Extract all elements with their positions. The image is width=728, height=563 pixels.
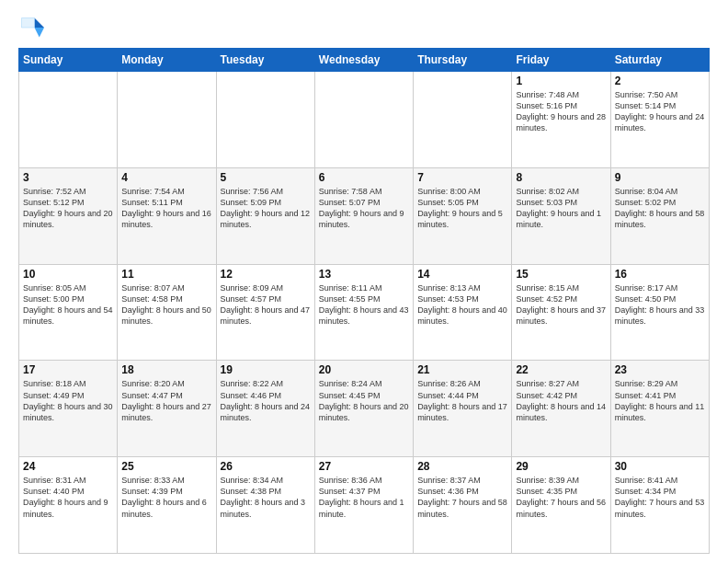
calendar-cell: 12Sunrise: 8:09 AM Sunset: 4:57 PM Dayli… <box>216 264 314 361</box>
day-number: 9 <box>615 171 705 184</box>
calendar-cell: 15Sunrise: 8:15 AM Sunset: 4:52 PM Dayli… <box>512 264 610 361</box>
day-number: 22 <box>516 363 606 376</box>
day-info: Sunrise: 8:20 AM Sunset: 4:47 PM Dayligh… <box>121 378 211 423</box>
day-info: Sunrise: 8:00 AM Sunset: 5:05 PM Dayligh… <box>417 186 507 231</box>
day-info: Sunrise: 8:27 AM Sunset: 4:42 PM Dayligh… <box>516 378 606 423</box>
day-info: Sunrise: 8:29 AM Sunset: 4:41 PM Dayligh… <box>615 378 705 423</box>
calendar-cell: 18Sunrise: 8:20 AM Sunset: 4:47 PM Dayli… <box>118 361 216 457</box>
calendar-cell: 1Sunrise: 7:48 AM Sunset: 5:16 PM Daylig… <box>512 72 610 168</box>
header <box>18 15 710 40</box>
day-info: Sunrise: 7:54 AM Sunset: 5:11 PM Dayligh… <box>121 186 211 231</box>
calendar-cell: 27Sunrise: 8:36 AM Sunset: 4:37 PM Dayli… <box>314 457 413 554</box>
calendar-header-tuesday: Tuesday <box>216 49 314 72</box>
day-number: 14 <box>417 268 507 281</box>
calendar-cell: 11Sunrise: 8:07 AM Sunset: 4:58 PM Dayli… <box>118 264 216 361</box>
day-number: 8 <box>516 171 606 184</box>
calendar-week-2: 3Sunrise: 7:52 AM Sunset: 5:12 PM Daylig… <box>19 167 710 264</box>
day-number: 4 <box>121 171 211 184</box>
day-info: Sunrise: 8:39 AM Sunset: 4:35 PM Dayligh… <box>516 475 606 520</box>
day-number: 27 <box>319 460 409 473</box>
calendar-cell: 9Sunrise: 8:04 AM Sunset: 5:02 PM Daylig… <box>610 167 709 264</box>
page: SundayMondayTuesdayWednesdayThursdayFrid… <box>0 0 728 563</box>
svg-marker-0 <box>35 18 45 29</box>
calendar-header-saturday: Saturday <box>610 49 709 72</box>
svg-marker-1 <box>35 28 45 38</box>
day-number: 19 <box>221 363 311 376</box>
calendar-cell: 30Sunrise: 8:41 AM Sunset: 4:34 PM Dayli… <box>610 457 709 554</box>
day-number: 18 <box>121 363 211 376</box>
calendar-cell: 28Sunrise: 8:37 AM Sunset: 4:36 PM Dayli… <box>414 457 512 554</box>
calendar-week-4: 17Sunrise: 8:18 AM Sunset: 4:49 PM Dayli… <box>19 361 710 457</box>
day-number: 30 <box>615 460 705 473</box>
day-info: Sunrise: 8:41 AM Sunset: 4:34 PM Dayligh… <box>615 475 705 520</box>
calendar-cell: 25Sunrise: 8:33 AM Sunset: 4:39 PM Dayli… <box>118 457 216 554</box>
day-number: 13 <box>319 268 409 281</box>
calendar-cell <box>118 72 216 168</box>
calendar-cell: 10Sunrise: 8:05 AM Sunset: 5:00 PM Dayli… <box>19 264 118 361</box>
calendar-header-thursday: Thursday <box>414 49 512 72</box>
logo-icon <box>18 15 44 40</box>
day-info: Sunrise: 8:02 AM Sunset: 5:03 PM Dayligh… <box>516 186 606 231</box>
logo <box>18 15 48 40</box>
day-number: 26 <box>221 460 311 473</box>
calendar-cell <box>19 72 118 168</box>
day-info: Sunrise: 7:48 AM Sunset: 5:16 PM Dayligh… <box>516 89 606 134</box>
calendar-header-sunday: Sunday <box>19 49 118 72</box>
day-number: 20 <box>319 363 409 376</box>
calendar-cell: 29Sunrise: 8:39 AM Sunset: 4:35 PM Dayli… <box>512 457 610 554</box>
calendar-cell: 21Sunrise: 8:26 AM Sunset: 4:44 PM Dayli… <box>414 361 512 457</box>
calendar-week-1: 1Sunrise: 7:48 AM Sunset: 5:16 PM Daylig… <box>19 72 710 168</box>
svg-marker-2 <box>22 18 35 29</box>
day-info: Sunrise: 8:05 AM Sunset: 5:00 PM Dayligh… <box>23 282 113 327</box>
calendar-cell: 13Sunrise: 8:11 AM Sunset: 4:55 PM Dayli… <box>314 264 413 361</box>
day-info: Sunrise: 8:34 AM Sunset: 4:38 PM Dayligh… <box>221 475 311 520</box>
calendar-cell: 4Sunrise: 7:54 AM Sunset: 5:11 PM Daylig… <box>118 167 216 264</box>
day-info: Sunrise: 8:37 AM Sunset: 4:36 PM Dayligh… <box>417 475 507 520</box>
calendar-cell: 2Sunrise: 7:50 AM Sunset: 5:14 PM Daylig… <box>610 72 709 168</box>
day-number: 10 <box>23 268 113 281</box>
calendar-cell: 16Sunrise: 8:17 AM Sunset: 4:50 PM Dayli… <box>610 264 709 361</box>
calendar-week-3: 10Sunrise: 8:05 AM Sunset: 5:00 PM Dayli… <box>19 264 710 361</box>
day-number: 23 <box>615 363 705 376</box>
day-info: Sunrise: 8:11 AM Sunset: 4:55 PM Dayligh… <box>319 282 409 327</box>
calendar-cell: 7Sunrise: 8:00 AM Sunset: 5:05 PM Daylig… <box>414 167 512 264</box>
day-info: Sunrise: 8:07 AM Sunset: 4:58 PM Dayligh… <box>121 282 211 327</box>
calendar-cell: 3Sunrise: 7:52 AM Sunset: 5:12 PM Daylig… <box>19 167 118 264</box>
calendar-week-5: 24Sunrise: 8:31 AM Sunset: 4:40 PM Dayli… <box>19 457 710 554</box>
calendar-header-row: SundayMondayTuesdayWednesdayThursdayFrid… <box>19 49 710 72</box>
day-info: Sunrise: 7:56 AM Sunset: 5:09 PM Dayligh… <box>221 186 311 231</box>
calendar-cell: 24Sunrise: 8:31 AM Sunset: 4:40 PM Dayli… <box>19 457 118 554</box>
day-number: 1 <box>516 75 606 87</box>
calendar-cell: 8Sunrise: 8:02 AM Sunset: 5:03 PM Daylig… <box>512 167 610 264</box>
day-number: 3 <box>23 171 113 184</box>
calendar-header-monday: Monday <box>118 49 216 72</box>
day-number: 25 <box>121 460 211 473</box>
calendar-cell: 20Sunrise: 8:24 AM Sunset: 4:45 PM Dayli… <box>314 361 413 457</box>
calendar-cell: 26Sunrise: 8:34 AM Sunset: 4:38 PM Dayli… <box>216 457 314 554</box>
day-number: 6 <box>319 171 409 184</box>
day-info: Sunrise: 8:17 AM Sunset: 4:50 PM Dayligh… <box>615 282 705 327</box>
day-number: 11 <box>121 268 211 281</box>
calendar-cell: 19Sunrise: 8:22 AM Sunset: 4:46 PM Dayli… <box>216 361 314 457</box>
day-number: 16 <box>615 268 705 281</box>
calendar-cell: 14Sunrise: 8:13 AM Sunset: 4:53 PM Dayli… <box>414 264 512 361</box>
day-info: Sunrise: 8:13 AM Sunset: 4:53 PM Dayligh… <box>417 282 507 327</box>
calendar-cell: 17Sunrise: 8:18 AM Sunset: 4:49 PM Dayli… <box>19 361 118 457</box>
day-info: Sunrise: 8:31 AM Sunset: 4:40 PM Dayligh… <box>23 475 113 520</box>
calendar-table: SundayMondayTuesdayWednesdayThursdayFrid… <box>18 48 710 554</box>
calendar-header-wednesday: Wednesday <box>314 49 413 72</box>
day-info: Sunrise: 8:09 AM Sunset: 4:57 PM Dayligh… <box>221 282 311 327</box>
day-number: 12 <box>221 268 311 281</box>
calendar-cell: 6Sunrise: 7:58 AM Sunset: 5:07 PM Daylig… <box>314 167 413 264</box>
calendar-cell: 23Sunrise: 8:29 AM Sunset: 4:41 PM Dayli… <box>610 361 709 457</box>
day-number: 15 <box>516 268 606 281</box>
day-info: Sunrise: 7:52 AM Sunset: 5:12 PM Dayligh… <box>23 186 113 231</box>
day-info: Sunrise: 8:04 AM Sunset: 5:02 PM Dayligh… <box>615 186 705 231</box>
day-info: Sunrise: 7:58 AM Sunset: 5:07 PM Dayligh… <box>319 186 409 231</box>
calendar-cell <box>216 72 314 168</box>
day-number: 28 <box>417 460 507 473</box>
day-number: 21 <box>417 363 507 376</box>
day-info: Sunrise: 8:36 AM Sunset: 4:37 PM Dayligh… <box>319 475 409 520</box>
calendar-cell: 22Sunrise: 8:27 AM Sunset: 4:42 PM Dayli… <box>512 361 610 457</box>
calendar-cell <box>314 72 413 168</box>
